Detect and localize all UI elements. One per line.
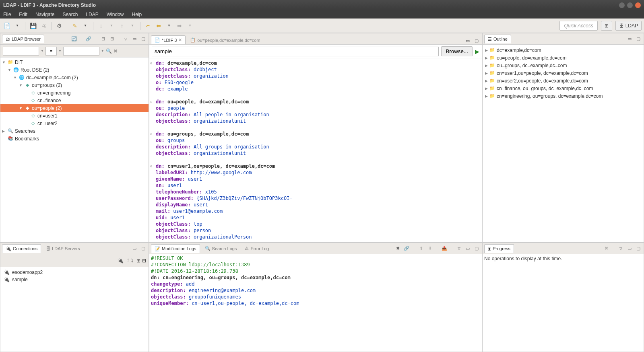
minimize-pane-icon[interactable]: ▭ [464, 37, 471, 44]
ldap-browser-tab[interactable]: 🗂 LDAP Browser [2, 35, 44, 43]
menu-file[interactable]: File [3, 12, 11, 17]
minimize-pane-icon[interactable]: ▭ [131, 245, 138, 252]
chevron-down-icon[interactable]: ▼ [165, 21, 173, 30]
tree-item-user1[interactable]: ◇cn=user1 [0, 112, 149, 119]
maximize-pane-icon[interactable]: ▢ [473, 37, 480, 44]
outline-tab[interactable]: ☰ Outline [484, 35, 511, 43]
connection-input[interactable] [152, 47, 439, 56]
add-icon[interactable]: ⊞ [136, 258, 140, 263]
expand-icon[interactable]: ⊞ [108, 35, 116, 43]
menu-icon[interactable]: ▽ [122, 35, 129, 43]
collapse-icon[interactable]: ⊟ [99, 35, 107, 43]
minimize-pane-icon[interactable]: ▭ [626, 245, 633, 252]
minimize-icon[interactable] [619, 2, 625, 8]
menu-navigate[interactable]: Navigate [35, 12, 54, 17]
tree-item-bookmarks[interactable]: 📚Bookmarks [0, 135, 149, 142]
editor-tab-ldif3[interactable]: 📄 *LDIF 3 ✕ [151, 35, 186, 44]
editor-tab-people[interactable]: 📋 ou=people,dc=example,dc=com [186, 35, 264, 44]
tree-item-dc[interactable]: ▼🌐dc=example,dc=com (2) [0, 74, 149, 81]
connections-list[interactable]: 🔌esodemoapp2 🔌sample [0, 267, 149, 352]
link-icon[interactable]: 🔗 [85, 35, 92, 43]
maximize-pane-icon[interactable]: ▢ [635, 35, 642, 43]
filter-combo-1[interactable] [3, 47, 39, 56]
connection-item[interactable]: 🔌sample [2, 276, 147, 283]
back-icon[interactable]: ⬅ [154, 21, 163, 30]
clear-icon[interactable]: ✖ [394, 245, 401, 252]
remove-icon[interactable]: ⊟ [142, 258, 146, 263]
menu-window[interactable]: Window [107, 12, 124, 17]
ldap-servers-tab[interactable]: 🗄 LDAP Servers [43, 245, 83, 253]
modification-logs-tab[interactable]: 📝 Modification Logs [151, 244, 200, 253]
chevron-down-icon[interactable]: ▼ [107, 21, 116, 30]
maximize-pane-icon[interactable]: ▢ [473, 245, 480, 252]
menu-search[interactable]: Search [62, 12, 78, 17]
browse-button[interactable]: Browse... [441, 46, 473, 56]
menu-icon[interactable]: ▽ [455, 245, 462, 252]
search-logs-tab[interactable]: 🔍 Search Logs [202, 244, 240, 253]
tree-item-dit[interactable]: ▼📁DIT [0, 58, 149, 66]
maximize-pane-icon[interactable]: ▢ [635, 245, 642, 252]
down-icon[interactable]: ↓ [97, 21, 105, 30]
build-icon[interactable]: ⚙ [55, 21, 64, 30]
maximize-pane-icon[interactable]: ▢ [140, 245, 147, 252]
close-tab-icon[interactable]: ✕ [178, 37, 182, 43]
outline-item[interactable]: ▶📁cn=user1,ou=people, dc=example,dc=com [483, 69, 643, 77]
up-icon[interactable]: ↑ [118, 21, 126, 30]
refresh-icon[interactable]: 🔗 [403, 245, 410, 252]
back-last-icon[interactable]: ⤺ [144, 21, 153, 30]
chevron-down-icon[interactable]: ▼ [58, 49, 62, 53]
outline-tree[interactable]: ▶📁dc=example,dc=com▶📁ou=people, dc=examp… [483, 45, 644, 242]
menu-help[interactable]: Help [132, 12, 142, 17]
save-icon[interactable]: 💾 [29, 21, 37, 30]
new-connection-icon[interactable]: 🔌 [118, 258, 124, 263]
tree-item-finance[interactable]: ◇cn=finance [0, 97, 149, 104]
chevron-down-icon[interactable]: ▼ [81, 21, 90, 30]
minimize-pane-icon[interactable]: ▭ [626, 35, 633, 43]
close-conn-icon[interactable]: ⤵ [131, 258, 133, 263]
filter-combo-2[interactable]: = [45, 47, 57, 56]
menu-icon[interactable]: ▽ [617, 245, 624, 252]
outline-item[interactable]: ▶📁ou=groups, dc=example,dc=com [483, 62, 643, 69]
outline-item[interactable]: ▶📁dc=example,dc=com [483, 46, 643, 54]
new-icon[interactable]: 📄 [2, 21, 11, 30]
tree-item-user2[interactable]: ◇cn=user2 [0, 119, 149, 127]
tree-item-people[interactable]: ▼◆ou=people (2) [0, 104, 149, 112]
filter-apply-icon[interactable]: 🔍 [106, 48, 112, 54]
open-conn-icon[interactable]: ⤴ [127, 258, 129, 263]
chevron-down-icon[interactable]: ▼ [13, 21, 22, 30]
prev-icon[interactable]: ⬆ [417, 245, 425, 252]
filter-combo-3[interactable] [63, 47, 99, 56]
run-icon[interactable]: ▶ [475, 48, 479, 55]
tree-item-engineering[interactable]: ◇cn=engineering [0, 89, 149, 97]
print-icon[interactable]: 🖨 [39, 21, 48, 30]
next-icon[interactable]: ⬇ [426, 245, 433, 252]
maximize-icon[interactable] [627, 2, 633, 8]
outline-item[interactable]: ▶📁cn=finance, ou=groups, dc=example,dc=c… [483, 84, 643, 92]
chevron-down-icon[interactable]: ▼ [101, 49, 104, 53]
chevron-down-icon[interactable]: ▼ [128, 21, 137, 30]
outline-item[interactable]: ▶📁cn=engineering, ou=groups, dc=example,… [483, 92, 643, 100]
outline-item[interactable]: ▶📁cn=user2,ou=people, dc=example,dc=com [483, 77, 643, 84]
tree-item-groups[interactable]: ▼◆ou=groups (2) [0, 81, 149, 89]
progress-tab[interactable]: ⧗ Progress [484, 244, 514, 253]
menu-edit[interactable]: Edit [19, 12, 27, 17]
remove-all-icon[interactable]: ✖ [603, 245, 610, 252]
open-perspective-button[interactable]: ⊞ [601, 21, 612, 31]
menu-ldap[interactable]: LDAP [86, 12, 98, 17]
tree-item-searches[interactable]: ▶🔍Searches [0, 127, 149, 135]
minimize-pane-icon[interactable]: ▭ [464, 245, 471, 252]
forward-icon[interactable]: ➡ [175, 21, 184, 30]
chevron-down-icon[interactable]: ▼ [41, 49, 44, 53]
maximize-pane-icon[interactable]: ▢ [140, 35, 147, 43]
ldap-browser-tree[interactable]: ▼📁DIT ▼🌐Root DSE (2) ▼🌐dc=example,dc=com… [0, 58, 149, 242]
connections-tab[interactable]: 🔌 Connections [2, 244, 41, 253]
error-log-tab[interactable]: ⚠ Error Log [242, 244, 272, 253]
ldap-perspective-button[interactable]: 🗄 LDAP [615, 21, 642, 31]
tree-item-root-dse[interactable]: ▼🌐Root DSE (2) [0, 66, 149, 74]
modification-log-text[interactable]: #!RESULT OK#!CONNECTION ldap://localhost… [149, 254, 482, 352]
wand-icon[interactable]: ✎ [70, 21, 79, 30]
refresh-icon[interactable]: 🔄 [70, 35, 78, 43]
chevron-down-icon[interactable]: ▼ [186, 21, 194, 30]
connection-item[interactable]: 🔌esodemoapp2 [2, 269, 147, 276]
outline-item[interactable]: ▶📁ou=people, dc=example,dc=com [483, 54, 643, 62]
